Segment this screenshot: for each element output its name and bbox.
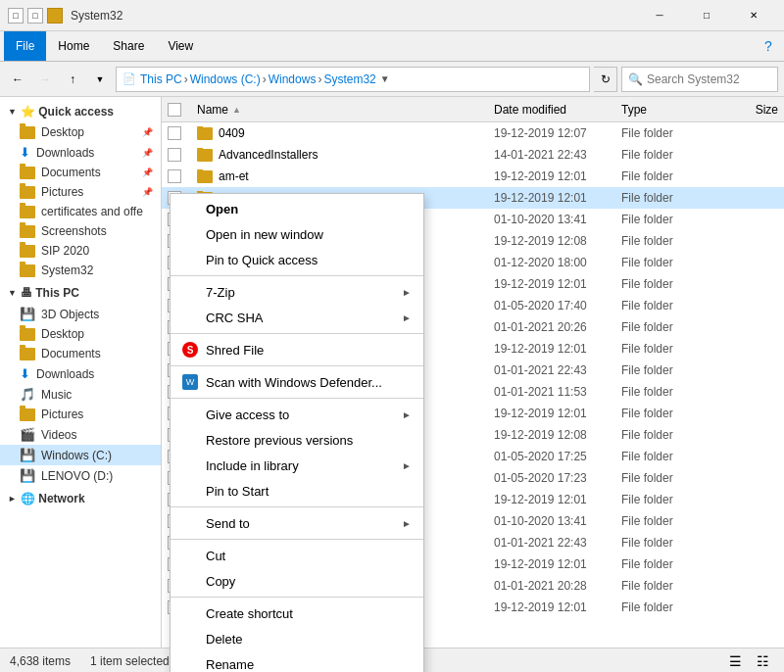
forward-button[interactable]: → <box>33 68 57 91</box>
grid-view-button[interactable]: ☷ <box>751 649 774 673</box>
row-date: 01-05-2020 17:40 <box>494 299 621 312</box>
close-button[interactable]: ✕ <box>731 0 776 31</box>
context-menu-item-pin-start[interactable]: Pin to Start <box>171 478 423 504</box>
header-date[interactable]: Date modified <box>494 103 621 117</box>
context-menu-item-give-access[interactable]: Give access to► <box>171 402 423 427</box>
sidebar-item-pictures2[interactable]: Pictures <box>0 405 161 424</box>
context-menu-item-open-new-window[interactable]: Open in new window <box>171 221 423 247</box>
breadcrumb-system32[interactable]: System32 <box>323 72 375 86</box>
folder-icon <box>20 408 35 421</box>
defender-icon: W <box>182 374 198 390</box>
row-checkbox[interactable] <box>168 169 181 183</box>
row-check[interactable] <box>168 148 193 162</box>
sidebar-item-pictures[interactable]: Pictures 📌 <box>0 182 161 202</box>
folder-icon <box>20 264 35 277</box>
header-name[interactable]: Name ▲ <box>193 103 494 117</box>
ctx-item-label: Give access to <box>206 408 289 422</box>
ctx-item-label: Rename <box>206 657 254 672</box>
pin-icon: 📌 <box>142 127 153 137</box>
row-check[interactable] <box>168 169 193 183</box>
sidebar-item-system32[interactable]: System32 <box>0 261 161 280</box>
recent-button[interactable]: ▼ <box>88 68 112 91</box>
sidebar-item-documents2[interactable]: Documents <box>0 344 161 363</box>
context-menu-item-crcsha[interactable]: CRC SHA► <box>171 305 423 330</box>
breadcrumb-windows2[interactable]: Windows <box>269 72 317 86</box>
row-date: 14-01-2021 22:43 <box>494 148 621 162</box>
row-date: 19-12-2019 12:01 <box>494 407 621 420</box>
context-menu-item-cut[interactable]: Cut <box>171 543 423 568</box>
minimize-button[interactable]: ─ <box>637 0 682 31</box>
search-box[interactable]: 🔍 <box>621 67 778 92</box>
row-date: 19-12-2019 12:08 <box>494 428 621 442</box>
context-menu-item-7zip[interactable]: 7-Zip► <box>171 279 423 305</box>
row-date: 01-05-2020 17:25 <box>494 450 621 463</box>
sidebar-item-music[interactable]: 🎵 Music <box>0 384 161 405</box>
row-date: 01-12-2020 18:00 <box>494 256 621 269</box>
header-size[interactable]: Size <box>719 103 778 117</box>
sidebar-header-thispc[interactable]: ▼ 🖶 This PC <box>0 282 161 304</box>
context-menu-item-scan[interactable]: WScan with Windows Defender... <box>171 369 423 395</box>
thispc-label: 🖶 This PC <box>21 286 79 300</box>
tab-file[interactable]: File <box>4 31 46 61</box>
context-menu-item-send-to[interactable]: Send to► <box>171 510 423 536</box>
sidebar-item-windowsc[interactable]: 💾 Windows (C:) <box>0 445 161 465</box>
row-checkbox[interactable] <box>168 148 181 162</box>
sidebar-header-network[interactable]: ► 🌐 Network <box>0 488 161 509</box>
header-type[interactable]: Type <box>621 103 719 117</box>
maximize-button[interactable]: □ <box>684 0 729 31</box>
select-all-checkbox[interactable] <box>168 103 181 117</box>
context-menu-item-shred[interactable]: SShred File <box>171 337 423 362</box>
tab-share[interactable]: Share <box>101 31 156 61</box>
address-icon: 📄 <box>122 72 136 85</box>
sidebar-item-3dobjects[interactable]: 💾 3D Objects <box>0 304 161 324</box>
sidebar-header-quickaccess[interactable]: ▼ ⭐ Quick access <box>0 101 161 122</box>
sidebar-item-lenovod[interactable]: 💾 LENOVO (D:) <box>0 465 161 486</box>
sidebar-item-downloads2[interactable]: ⬇ Downloads <box>0 363 161 384</box>
context-menu-item-create-shortcut[interactable]: Create shortcut <box>171 600 423 626</box>
breadcrumb-windows[interactable]: Windows (C:) <box>190 72 261 86</box>
search-input[interactable] <box>647 72 771 86</box>
context-menu-item-delete[interactable]: Delete <box>171 626 423 651</box>
ctx-item-label: CRC SHA <box>206 311 264 325</box>
up-button[interactable]: ↑ <box>61 68 84 91</box>
refresh-button[interactable]: ↻ <box>594 67 617 92</box>
table-row[interactable]: AdvancedInstallers 14-01-2021 22:43 File… <box>162 144 784 166</box>
row-type: File folder <box>621 385 719 399</box>
context-menu-item-restore[interactable]: Restore previous versions <box>171 427 423 453</box>
sidebar-section-quickaccess: ▼ ⭐ Quick access Desktop 📌 ⬇ Downloads 📌… <box>0 101 161 280</box>
ctx-item-label: Cut <box>206 549 225 563</box>
address-box[interactable]: 📄 This PC › Windows (C:) › Windows › Sys… <box>116 67 590 92</box>
help-button[interactable]: ? <box>757 34 780 58</box>
context-menu-item-include-library[interactable]: Include in library► <box>171 453 423 478</box>
tab-view[interactable]: View <box>156 31 205 61</box>
row-type: File folder <box>621 471 719 485</box>
sidebar-item-videos[interactable]: 🎬 Videos <box>0 424 161 445</box>
back-button[interactable]: ← <box>6 68 29 91</box>
context-menu-item-pin-quick-access[interactable]: Pin to Quick access <box>171 247 423 272</box>
row-check[interactable] <box>168 126 193 140</box>
ribbon: File Home Share View ? <box>0 31 784 62</box>
list-view-button[interactable]: ☰ <box>723 649 747 673</box>
table-row[interactable]: am-et 19-12-2019 12:01 File folder <box>162 166 784 187</box>
table-row[interactable]: 0409 19-12-2019 12:07 File folder <box>162 122 784 144</box>
context-menu-item-copy[interactable]: Copy <box>171 568 423 594</box>
ctx-icon <box>182 605 198 621</box>
sidebar-item-documents[interactable]: Documents 📌 <box>0 163 161 182</box>
context-menu-item-open[interactable]: Open <box>171 196 423 221</box>
ctx-item-label: Pin to Quick access <box>206 253 318 267</box>
music-icon: 🎵 <box>20 387 35 402</box>
sidebar-item-screenshots[interactable]: Screenshots <box>0 221 161 241</box>
tab-home[interactable]: Home <box>46 31 101 61</box>
sidebar-item-sip2020[interactable]: SIP 2020 <box>0 241 161 261</box>
address-dropdown-icon[interactable]: ▼ <box>380 73 390 84</box>
sidebar-item-downloads[interactable]: ⬇ Downloads 📌 <box>0 142 161 163</box>
sidebar-item-desktop2[interactable]: Desktop <box>0 324 161 344</box>
sidebar-item-certs[interactable]: certificates and offe <box>0 202 161 221</box>
row-date: 19-12-2019 12:01 <box>494 342 621 356</box>
breadcrumb-thispc[interactable]: This PC <box>140 72 182 86</box>
sidebar-item-desktop[interactable]: Desktop 📌 <box>0 122 161 142</box>
header-check[interactable] <box>168 103 193 117</box>
row-checkbox[interactable] <box>168 126 181 140</box>
context-menu-item-rename[interactable]: Rename <box>171 651 423 672</box>
row-name-label: AdvancedInstallers <box>219 148 318 162</box>
